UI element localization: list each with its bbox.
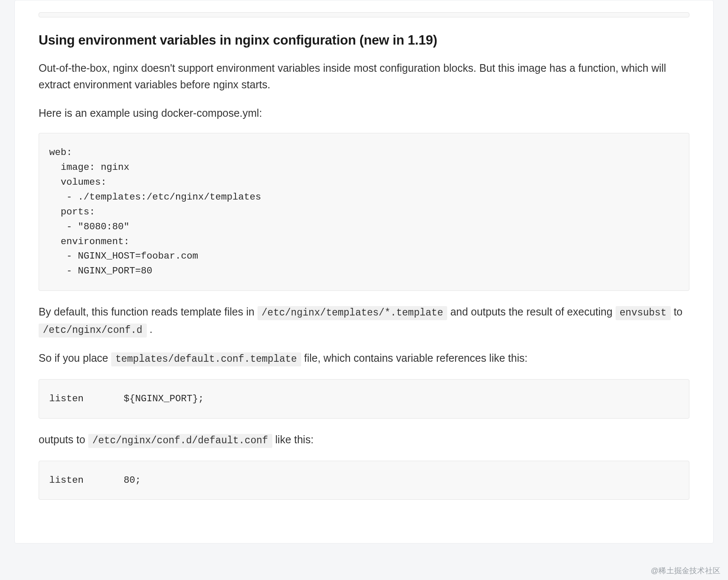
text: By default, this function reads template… bbox=[39, 306, 258, 318]
code-inline-template-path: templates/default.conf.template bbox=[111, 352, 301, 366]
code-inline-templates-glob: /etc/nginx/templates/*.template bbox=[258, 306, 448, 320]
codeblock-compose: web: image: nginx volumes: - ./templates… bbox=[39, 133, 689, 291]
text: to bbox=[674, 306, 683, 318]
paragraph-2: Here is an example using docker-compose.… bbox=[39, 105, 689, 121]
text: outputs to bbox=[39, 434, 88, 445]
code-inline-envsubst: envsubst bbox=[616, 306, 671, 320]
text: like this: bbox=[275, 434, 314, 445]
paragraph-4: So if you place templates/default.conf.t… bbox=[39, 350, 689, 367]
paragraph-5: outputs to /etc/nginx/conf.d/default.con… bbox=[39, 431, 689, 449]
prev-codeblock-tail bbox=[39, 12, 689, 17]
paragraph-1: Out-of-the-box, nginx doesn't support en… bbox=[39, 60, 689, 93]
text: . bbox=[150, 323, 153, 335]
paragraph-3: By default, this function reads template… bbox=[39, 304, 689, 338]
text: So if you place bbox=[39, 352, 111, 364]
text: and outputs the result of executing bbox=[450, 306, 615, 318]
watermark: @稀土掘金技术社区 bbox=[651, 566, 720, 576]
section-heading: Using environment variables in nginx con… bbox=[39, 33, 689, 48]
doc-card: Using environment variables in nginx con… bbox=[14, 0, 714, 543]
text: file, which contains variable references… bbox=[304, 352, 528, 364]
code-inline-default-conf: /etc/nginx/conf.d/default.conf bbox=[88, 434, 272, 448]
codeblock-listen-out: listen 80; bbox=[39, 461, 689, 500]
codeblock-listen-var: listen ${NGINX_PORT}; bbox=[39, 379, 689, 419]
code-inline-confd: /etc/nginx/conf.d bbox=[39, 324, 147, 338]
